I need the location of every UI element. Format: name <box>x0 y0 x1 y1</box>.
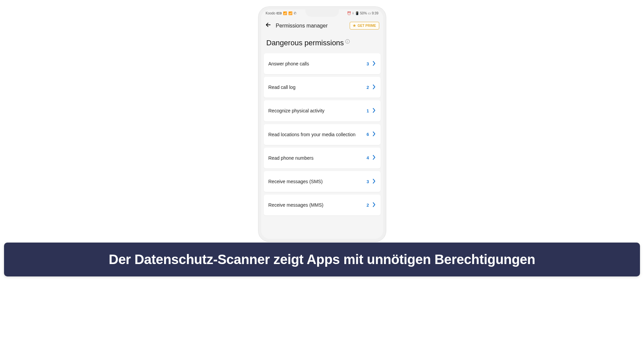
permission-item-phone-numbers[interactable]: Read phone numbers 4 <box>264 148 381 168</box>
chevron-right-icon <box>373 85 376 90</box>
permission-item-read-call-log[interactable]: Read call log 2 <box>264 77 381 98</box>
status-right: ⏰ ᚼ 📳 50% ▭ 9:39 <box>347 11 378 15</box>
chevron-right-icon <box>373 61 376 67</box>
chevron-right-icon <box>373 202 376 208</box>
signal-icon: 📶 <box>283 11 287 15</box>
phone-notch <box>305 9 339 17</box>
vibrate-icon: 📳 <box>355 11 359 15</box>
battery-icon: ▭ <box>368 11 371 15</box>
permission-label: Read phone numbers <box>268 155 363 161</box>
permission-label: Answer phone calls <box>268 61 363 67</box>
get-prime-button[interactable]: ★ GET PRIME <box>350 22 379 30</box>
battery-pct: 50% <box>360 11 367 15</box>
phone-frame: Koodo HD 📶 📶 ✆ ⏰ ᚼ 📳 50% ▭ 9:39 Permissi… <box>258 7 386 242</box>
info-icon[interactable]: i <box>345 39 350 44</box>
star-icon: ★ <box>353 23 356 28</box>
carrier-badge: HD <box>277 12 281 14</box>
permission-label: Read locations from your media collectio… <box>268 132 363 138</box>
phone-screen: Koodo HD 📶 📶 ✆ ⏰ ᚼ 📳 50% ▭ 9:39 Permissi… <box>261 9 383 239</box>
back-arrow-icon[interactable] <box>265 21 272 30</box>
permission-item-media-locations[interactable]: Read locations from your media collectio… <box>264 124 381 145</box>
section-title: Dangerous permissions <box>266 39 344 47</box>
permission-count: 1 <box>366 108 369 113</box>
status-left: Koodo HD 📶 📶 ✆ <box>266 11 296 15</box>
permission-count: 3 <box>366 179 369 184</box>
permission-item-receive-mms[interactable]: Receive messages (MMS) 2 <box>264 195 381 215</box>
chevron-right-icon <box>373 155 376 161</box>
permission-list: Answer phone calls 3 Read call log 2 Rec… <box>261 53 383 215</box>
permission-label: Recognize physical activity <box>268 108 363 114</box>
alarm-icon: ⏰ <box>347 11 351 15</box>
chevron-right-icon <box>373 179 376 185</box>
permission-item-receive-sms[interactable]: Receive messages (SMS) 3 <box>264 171 381 192</box>
whatsapp-icon: ✆ <box>294 11 296 15</box>
permission-label: Read call log <box>268 84 363 90</box>
chevron-right-icon <box>373 132 376 137</box>
clock: 9:39 <box>372 11 378 15</box>
permission-label: Receive messages (MMS) <box>268 202 363 208</box>
permission-item-physical-activity[interactable]: Recognize physical activity 1 <box>264 100 381 121</box>
permission-count: 6 <box>366 132 369 137</box>
permission-label: Receive messages (SMS) <box>268 178 363 185</box>
caption-text: Der Datenschutz-Scanner zeigt Apps mit u… <box>109 252 535 267</box>
bluetooth-icon: ᚼ <box>352 11 354 15</box>
carrier-label: Koodo <box>266 11 276 15</box>
section-header: Dangerous permissions i <box>261 35 383 53</box>
permission-count: 3 <box>366 61 369 66</box>
permission-count: 4 <box>366 155 369 160</box>
chevron-right-icon <box>373 108 376 114</box>
wifi-icon: 📶 <box>288 11 292 15</box>
permission-count: 2 <box>366 203 369 208</box>
caption-banner: Der Datenschutz-Scanner zeigt Apps mit u… <box>4 243 640 276</box>
permission-item-answer-calls[interactable]: Answer phone calls 3 <box>264 53 381 74</box>
app-header: Permissions manager ★ GET PRIME <box>261 17 383 35</box>
prime-label: GET PRIME <box>357 24 376 28</box>
page-title: Permissions manager <box>276 23 346 29</box>
permission-count: 2 <box>366 85 369 90</box>
